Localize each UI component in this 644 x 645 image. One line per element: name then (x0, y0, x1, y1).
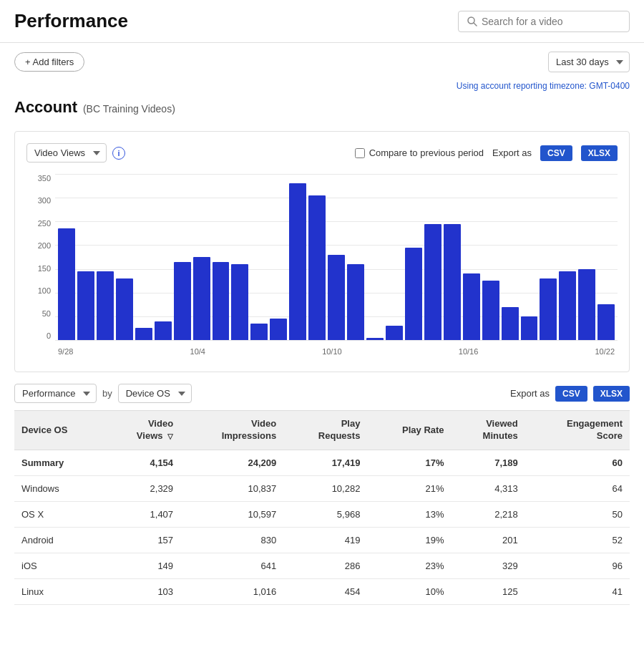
table-cell: 10,597 (180, 501, 283, 527)
bar (250, 324, 268, 340)
x-labels: 9/2810/410/1010/1610/22 (55, 343, 618, 360)
bar (405, 248, 422, 340)
bar (424, 224, 441, 340)
table-row: Linux1031,01645410%12541 (14, 578, 630, 604)
y-axis-label: 250 (38, 219, 51, 228)
timezone-value: GMT-0400 (589, 81, 630, 91)
table-cell: 17% (367, 450, 451, 475)
date-range-select[interactable]: Last 30 days (548, 52, 630, 72)
table-cell: OS X (14, 501, 104, 527)
bar (135, 328, 152, 340)
table-cell: iOS (14, 553, 104, 578)
bar (77, 271, 94, 340)
account-title: Account (14, 98, 77, 116)
table-cell: 24,209 (180, 450, 283, 475)
table-section: Performance by Device OS Export as CSV X… (14, 384, 630, 605)
bars-row (55, 174, 618, 340)
table-cell: 125 (452, 578, 525, 604)
x-axis-label: 10/22 (595, 347, 615, 356)
table-cell: 96 (525, 553, 630, 578)
table-export-csv-button[interactable]: CSV (555, 386, 587, 402)
chart-container: Video Views i Compare to previous period… (14, 131, 630, 372)
x-axis-label: 9/28 (58, 347, 73, 356)
chart-toolbar-left: Video Views i (26, 143, 125, 163)
bar (155, 321, 172, 341)
table-toolbar: Performance by Device OS Export as CSV X… (14, 384, 630, 403)
bar (193, 257, 210, 340)
data-table: Device OSVideoViews ▽VideoImpressionsPla… (14, 410, 630, 605)
bar (444, 224, 461, 340)
add-filters-button[interactable]: + Add filters (14, 52, 84, 72)
table-cell: 157 (104, 527, 180, 553)
table-body: Summary4,15424,20917,41917%7,18960Window… (14, 450, 630, 604)
table-column-header: VideoViews ▽ (104, 411, 180, 450)
table-export-xlsx-button[interactable]: XLSX (593, 386, 630, 402)
table-cell: 50 (525, 501, 630, 527)
table-cell: 64 (525, 475, 630, 501)
bar (97, 271, 114, 340)
table-cell: 4,154 (104, 450, 180, 475)
table-cell: 1,407 (104, 501, 180, 527)
bar (463, 273, 480, 340)
bar (58, 228, 75, 340)
search-input[interactable] (482, 16, 620, 27)
bar-chart-area: 350300250200150100500 9/2810/410/1010/16… (26, 174, 618, 360)
table-row: Android15783041919%20152 (14, 527, 630, 553)
table-dimension-select[interactable]: Device OS (118, 384, 192, 403)
account-subtitle: (BC Training Videos) (83, 103, 175, 115)
search-icon (467, 16, 477, 26)
chart-metric-select[interactable]: Video Views (26, 143, 107, 163)
bar (597, 304, 615, 340)
table-cell: 52 (525, 527, 630, 553)
account-section: Account (BC Training Videos) (0, 98, 644, 124)
y-axis-label: 50 (42, 309, 51, 318)
table-cell: 5,968 (283, 501, 367, 527)
table-cell: 10,837 (180, 475, 283, 501)
table-cell: 41 (525, 578, 630, 604)
table-cell: Android (14, 527, 104, 553)
table-metric-select[interactable]: Performance (14, 384, 97, 403)
bar (347, 264, 364, 340)
header: Performance (0, 0, 644, 43)
table-cell: 103 (104, 578, 180, 604)
table-cell: 830 (180, 527, 283, 553)
chart-toolbar-right: Compare to previous period Export as CSV… (355, 145, 618, 161)
table-cell: 60 (525, 450, 630, 475)
bar (328, 255, 345, 340)
table-row: OS X1,40710,5975,96813%2,21850 (14, 501, 630, 527)
by-label: by (102, 388, 112, 399)
bar (540, 278, 557, 340)
search-box[interactable] (458, 11, 630, 32)
grid-line (55, 340, 618, 341)
chart-export-csv-button[interactable]: CSV (540, 145, 572, 161)
table-column-header: Device OS (14, 411, 104, 450)
compare-checkbox[interactable] (355, 148, 365, 158)
table-cell: 149 (104, 553, 180, 578)
table-cell: Windows (14, 475, 104, 501)
export-label: Export as (492, 147, 532, 158)
table-column-header: ViewedMinutes (452, 411, 525, 450)
table-cell: 19% (367, 527, 451, 553)
table-column-header: VideoImpressions (180, 411, 283, 450)
bar (366, 338, 384, 340)
chart-toolbar: Video Views i Compare to previous period… (26, 143, 618, 163)
x-axis-label: 10/10 (322, 347, 342, 356)
table-row: Summary4,15424,20917,41917%7,18960 (14, 450, 630, 475)
bar (559, 271, 576, 340)
y-axis-label: 350 (38, 174, 51, 183)
bar (174, 262, 191, 340)
bar (213, 262, 230, 340)
table-column-header: EngagementScore (525, 411, 630, 450)
table-cell: 329 (452, 553, 525, 578)
bar (231, 264, 248, 340)
table-cell: 10,282 (283, 475, 367, 501)
table-cell: 454 (283, 578, 367, 604)
table-cell: Linux (14, 578, 104, 604)
table-toolbar-right: Export as CSV XLSX (510, 386, 630, 402)
table-cell: 7,189 (452, 450, 525, 475)
chart-export-xlsx-button[interactable]: XLSX (581, 145, 618, 161)
info-icon[interactable]: i (112, 147, 125, 160)
bar (482, 281, 499, 340)
bars-and-grid (55, 174, 618, 340)
bar (502, 307, 519, 340)
